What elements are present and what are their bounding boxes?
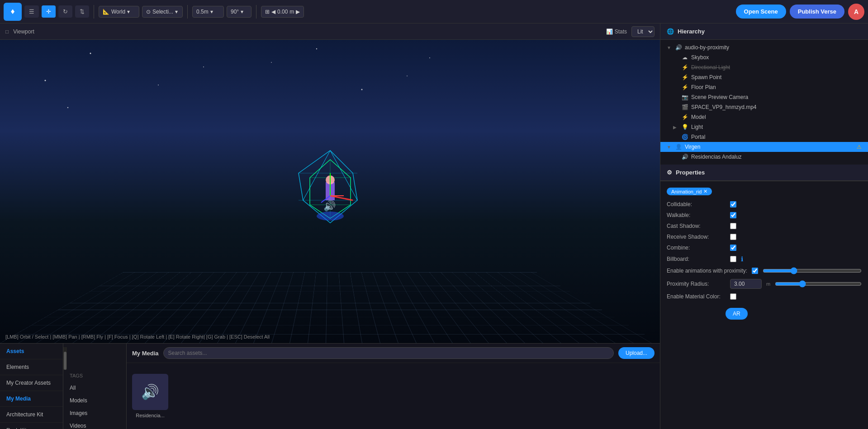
collidable-checkbox[interactable] (730, 201, 736, 207)
tree-item-virgen[interactable]: ▼ 👤 Virgen ⚠ (660, 142, 868, 152)
open-scene-button[interactable]: Open Scene (736, 5, 786, 19)
divider-3 (256, 5, 256, 19)
tag-images[interactable]: Images (63, 407, 126, 420)
tab-assets[interactable]: Assets (0, 344, 63, 359)
bottom-panel: Assets Elements My Creator Assets My Med… (0, 343, 660, 429)
combine-checkbox[interactable] (730, 245, 736, 251)
tree-item-audio-by-proximity[interactable]: ▼ 🔊 audio-by-proximity (660, 42, 868, 52)
grid-dropdown[interactable]: ⊞ ◀ 0.00 m ▶ (261, 6, 304, 18)
lit-dropdown[interactable]: Lit (631, 26, 655, 37)
enable-animations-checkbox[interactable] (752, 268, 758, 274)
bottom-search-row: My Media Upload... (127, 344, 660, 363)
upload-button[interactable]: Upload... (618, 347, 655, 359)
tag-close-icon[interactable]: ✕ (703, 189, 707, 194)
grid-right-icon: ▶ (296, 9, 300, 15)
tab-elements[interactable]: Elements (0, 359, 63, 375)
hierarchy-header: 🌐 Hierarchy (660, 24, 868, 40)
tree-item-model[interactable]: ⚡ Model (660, 112, 868, 122)
tree-item-scene-preview-camera[interactable]: 📷 Scene Preview Camera (660, 92, 868, 102)
cast-shadow-checkbox[interactable] (730, 223, 736, 229)
svg-point-0 (90, 53, 91, 54)
tags-scrollbar[interactable] (63, 347, 67, 370)
bottom-panel-label: My Media (132, 350, 159, 357)
billboard-checkbox[interactable] (730, 256, 736, 262)
bottom-assets-area: 🔊 Residencia... (127, 363, 660, 429)
grid-left-icon: ◀ (271, 9, 275, 15)
tree-item-portal[interactable]: 🌀 Portal (660, 132, 868, 142)
tree-item-light[interactable]: ▶ 💡 Light (660, 122, 868, 132)
prop-cast-shadow: Cast Shadow: (660, 221, 868, 231)
tree-item-residencias-andaluz[interactable]: 🔊 Residencias Andaluz (660, 152, 868, 162)
stats-button[interactable]: 📊 Stats (606, 28, 627, 35)
tag-all[interactable]: All (63, 382, 126, 394)
svg-point-23 (317, 212, 344, 221)
world-dropdown[interactable]: 📐 World ▾ (99, 6, 139, 18)
viewport-square-icon: □ (5, 28, 9, 35)
prop-proximity-radius: Proximity Radius: m (660, 277, 868, 291)
refresh-button[interactable]: ↻ (58, 5, 72, 18)
tag-models[interactable]: Models (63, 394, 126, 407)
app-logo[interactable]: ♦ (4, 3, 22, 21)
selection-chevron-icon: ▾ (175, 9, 178, 15)
hierarchy-tree: ▼ 🔊 audio-by-proximity ☁ Skybox ⚡ Direct… (660, 40, 868, 165)
tab-my-media[interactable]: My Media (0, 391, 63, 407)
tree-item-spawn-point[interactable]: ⚡ Spawn Point (660, 72, 868, 82)
svg-point-8 (429, 57, 430, 58)
svg-point-3 (407, 75, 408, 76)
toolbar-right: Open Scene Publish Verse A (736, 4, 864, 20)
sort-button[interactable]: ⇅ (75, 5, 89, 18)
enable-material-color-checkbox[interactable] (730, 293, 736, 300)
svg-point-9 (67, 107, 68, 108)
properties-title: Properties (676, 169, 705, 176)
selection-dropdown[interactable]: ⊙ Selecti... ▾ (142, 6, 183, 18)
asset-thumb-residencias: 🔊 (132, 374, 168, 410)
tree-item-skybox[interactable]: ☁ Skybox (660, 52, 868, 62)
tag-badge[interactable]: Animation_rid ✕ (667, 188, 712, 195)
bottom-content: My Media Upload... 🔊 Residencia... (127, 344, 660, 429)
search-input[interactable] (163, 347, 614, 359)
properties-panel: Animation_rid ✕ Collidable: Walkable: Ca… (660, 181, 868, 326)
walkable-checkbox[interactable] (730, 212, 736, 218)
world-chevron-icon: ▾ (127, 9, 130, 15)
animations-slider[interactable] (763, 267, 862, 274)
proximity-radius-slider[interactable] (775, 280, 862, 288)
menu-icon: ☰ (29, 8, 34, 15)
viewport-canvas[interactable]: 🔊 [LMB] Orbit / Select | [MMB] Pan | [RM… (0, 40, 660, 343)
viewport-title: Viewport (13, 28, 34, 35)
divider-2 (187, 5, 188, 19)
viewport-header: □ Viewport 📊 Stats Lit (0, 24, 660, 40)
main-area: □ Viewport 📊 Stats Lit (0, 24, 868, 429)
svg-point-5 (158, 85, 159, 85)
properties-icon: ⚙ (667, 169, 672, 176)
tab-my-creator-assets[interactable]: My Creator Assets (0, 375, 63, 391)
asset-item-residencias[interactable]: 🔊 Residencia... (132, 374, 168, 418)
refresh-icon: ↻ (63, 8, 68, 15)
prop-tag-row: Animation_rid ✕ (660, 186, 868, 197)
snap-dropdown[interactable]: 0.5m ▾ (192, 6, 224, 18)
tab-rock-kit[interactable]: Rock Kit (0, 423, 63, 429)
tag-videos[interactable]: Videos (63, 420, 126, 429)
angle-value: 90° (231, 9, 239, 15)
viewport-object: 🔊 (280, 137, 380, 236)
tab-architecture-kit[interactable]: Architecture Kit (0, 407, 63, 423)
publish-button[interactable]: Publish Verse (790, 5, 844, 19)
menu-button[interactable]: ☰ (24, 5, 39, 18)
billboard-info-icon[interactable]: ℹ (741, 255, 743, 263)
angle-dropdown[interactable]: 90° ▾ (227, 6, 251, 18)
divider-1 (94, 5, 94, 19)
prop-enable-animations: Enable animations with proximity: (660, 265, 868, 277)
move-button[interactable]: ✛ (42, 5, 56, 18)
move-icon: ✛ (46, 8, 51, 15)
tree-item-directional-light[interactable]: ⚡ Directional Light (660, 62, 868, 72)
asset-label-residencias: Residencia... (136, 413, 165, 418)
angle-chevron-icon: ▾ (241, 9, 243, 15)
create-ar-button[interactable]: AR (726, 308, 748, 320)
tree-item-space-vp9[interactable]: 🎬 SPACE_VP9_hnmzyd.mp4 (660, 102, 868, 112)
receive-shadow-checkbox[interactable] (730, 234, 736, 240)
user-avatar[interactable]: A (848, 4, 864, 20)
proximity-radius-input[interactable] (730, 279, 762, 289)
angle-icon: 📐 (103, 9, 109, 15)
right-panel: 🌐 Hierarchy ▼ 🔊 audio-by-proximity ☁ Sky… (660, 24, 868, 429)
tree-item-floor-plan[interactable]: ⚡ Floor Plan (660, 82, 868, 92)
prop-billboard: Billboard: ℹ (660, 253, 868, 265)
